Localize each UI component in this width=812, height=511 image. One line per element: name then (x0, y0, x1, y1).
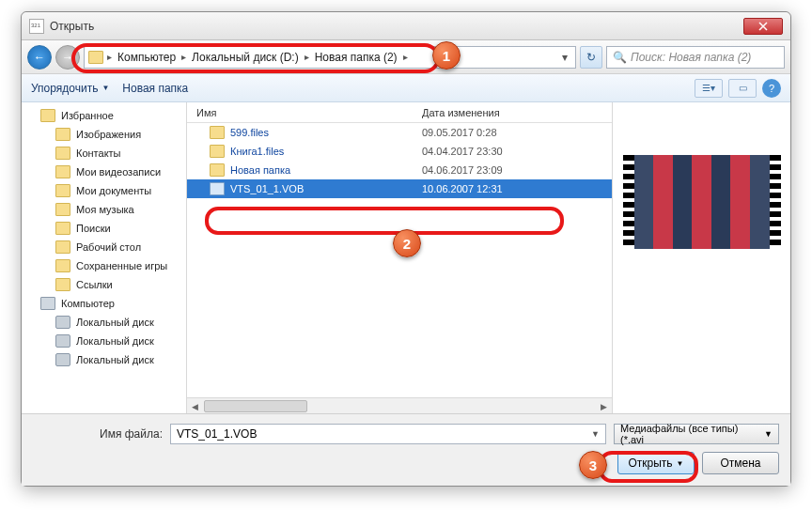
disk-icon (55, 334, 70, 348)
search-icon: 🔍 (613, 51, 627, 64)
open-button[interactable]: Открыть ▼ (617, 452, 695, 474)
nav-tree[interactable]: Избранное Изображения Контакты Мои видео… (22, 102, 187, 413)
folder-icon (55, 128, 70, 141)
horizontal-scrollbar[interactable]: ◀ ▶ (187, 397, 612, 413)
tree-item[interactable]: Сохраненные игры (22, 256, 186, 275)
toolbar: Упорядочить ▼ Новая папка ☰▾ ▭ ? (22, 74, 790, 102)
chevron-down-icon: ▼ (764, 429, 773, 439)
tree-item[interactable]: Моя музыка (22, 200, 186, 219)
chevron-right-icon: ▸ (403, 52, 408, 62)
tree-item-computer[interactable]: Компьютер (22, 294, 186, 313)
filename-input[interactable]: VTS_01_1.VOB ▼ (170, 424, 606, 444)
breadcrumb-seg[interactable]: Новая папка (2) (313, 51, 399, 64)
new-folder-button[interactable]: Новая папка (122, 82, 188, 95)
column-headers[interactable]: Имя Дата изменения (187, 102, 612, 123)
folder-icon (210, 126, 225, 139)
folder-icon (88, 51, 103, 64)
folder-icon (210, 145, 225, 158)
chevron-down-icon: ▼ (677, 459, 684, 468)
folder-icon (55, 278, 70, 291)
scroll-left-icon[interactable]: ◀ (187, 398, 203, 413)
disk-icon (55, 353, 70, 366)
filename-label: Имя файла: (33, 427, 163, 441)
video-thumbnail (623, 155, 781, 249)
chevron-down-icon[interactable]: ▾ (558, 51, 571, 64)
chevron-right-icon: ▸ (181, 52, 186, 62)
preview-pane (612, 102, 790, 413)
tree-item[interactable]: Рабочий стол (22, 238, 186, 256)
close-icon (758, 22, 768, 31)
tree-item[interactable]: Локальный диск (22, 313, 186, 332)
nav-bar: ← → ▸ Компьютер ▸ Локальный диск (D:) ▸ … (22, 40, 790, 74)
organize-menu[interactable]: Упорядочить ▼ (31, 82, 109, 95)
callout-1: 1 (432, 41, 461, 70)
preview-pane-button[interactable]: ▭ (728, 79, 757, 98)
tree-item[interactable]: Контакты (22, 144, 186, 163)
folder-icon (55, 240, 70, 254)
callout-3: 3 (579, 451, 607, 479)
filmstrip-icon (623, 155, 634, 249)
video-icon (210, 182, 225, 195)
favorites-icon (40, 109, 55, 122)
search-input[interactable]: 🔍 Поиск: Новая папка (2) (606, 46, 785, 69)
file-row[interactable]: 599.files 09.05.2017 0:28 (187, 123, 612, 142)
callout-2: 2 (393, 229, 421, 257)
col-name[interactable]: Имя (187, 107, 422, 118)
titlebar: Открыть (22, 12, 790, 40)
chevron-right-icon: ▸ (304, 52, 309, 62)
filmstrip-icon (770, 155, 781, 249)
dialog-body: Избранное Изображения Контакты Мои видео… (22, 102, 790, 413)
view-mode-button[interactable]: ☰▾ (695, 79, 723, 98)
folder-icon (55, 147, 70, 160)
tree-item[interactable]: Мои видеозаписи (22, 163, 186, 181)
chevron-down-icon: ▼ (102, 84, 109, 92)
file-rows: 599.files 09.05.2017 0:28 Книга1.files 0… (187, 123, 612, 397)
folder-icon (210, 163, 225, 177)
folder-icon (55, 165, 70, 178)
tree-item[interactable]: Поиски (22, 219, 186, 238)
breadcrumb[interactable]: ▸ Компьютер ▸ Локальный диск (D:) ▸ Нова… (84, 46, 576, 69)
arrow-right-icon: → (62, 51, 73, 64)
help-icon: ? (769, 83, 774, 94)
file-list-pane: Имя Дата изменения 599.files 09.05.2017 … (187, 102, 612, 413)
tree-item[interactable]: Избранное (22, 106, 186, 125)
tree-item[interactable]: Локальный диск (22, 332, 186, 350)
search-placeholder: Поиск: Новая папка (2) (631, 51, 751, 64)
breadcrumb-seg[interactable]: Компьютер (116, 51, 178, 64)
help-button[interactable]: ? (762, 79, 781, 98)
back-button[interactable]: ← (27, 45, 52, 70)
folder-icon (55, 184, 70, 197)
pane-icon: ▭ (739, 83, 747, 93)
breadcrumb-seg[interactable]: Локальный диск (D:) (190, 51, 301, 64)
bottom-panel: Имя файла: VTS_01_1.VOB ▼ Медиафайлы (вс… (22, 413, 790, 486)
app-icon (29, 19, 44, 34)
forward-button[interactable]: → (55, 45, 80, 70)
col-date[interactable]: Дата изменения (422, 107, 563, 118)
folder-icon (55, 259, 70, 272)
chevron-down-icon[interactable]: ▼ (591, 429, 600, 439)
refresh-button[interactable]: ↻ (580, 46, 602, 69)
file-row[interactable]: VTS_01_1.VOB 10.06.2007 12:31 (187, 179, 612, 198)
tree-item[interactable]: Ссылки (22, 275, 186, 294)
cancel-button[interactable]: Отмена (702, 452, 779, 474)
filetype-dropdown[interactable]: Медиафайлы (все типы) (*.avi ▼ (614, 424, 779, 444)
arrow-left-icon: ← (34, 51, 45, 64)
scroll-thumb[interactable] (204, 400, 307, 412)
window-title: Открыть (50, 20, 743, 33)
folder-icon (55, 203, 70, 216)
scroll-right-icon[interactable]: ▶ (596, 398, 612, 413)
computer-icon (40, 297, 55, 310)
refresh-icon: ↻ (586, 51, 596, 64)
disk-icon (55, 316, 70, 329)
tree-item[interactable]: Изображения (22, 125, 186, 144)
close-button[interactable] (743, 18, 783, 35)
folder-icon (55, 222, 70, 235)
chevron-right-icon: ▸ (107, 52, 112, 62)
tree-item[interactable]: Мои документы (22, 181, 186, 200)
list-icon: ☰▾ (702, 83, 715, 93)
file-row[interactable]: Книга1.files 04.04.2017 23:30 (187, 142, 612, 161)
file-row[interactable]: Новая папка 04.06.2017 23:09 (187, 161, 612, 179)
tree-item[interactable]: Локальный диск (22, 350, 186, 369)
